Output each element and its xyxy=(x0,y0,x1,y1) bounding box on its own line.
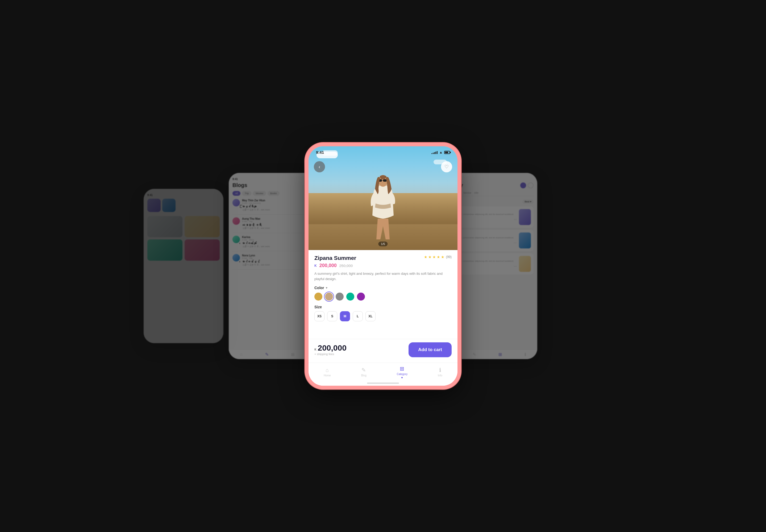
bg-post2-author: Aung Thu Mae xyxy=(242,217,309,220)
rating-count: (99) xyxy=(446,255,452,259)
color-dot-purple[interactable] xyxy=(357,293,365,301)
battery-icon xyxy=(444,151,450,154)
add-to-cart-button[interactable]: Add to cart xyxy=(409,342,452,357)
color-label-row: Color ▾ xyxy=(314,286,452,290)
size-btn-xs[interactable]: XS xyxy=(314,311,324,321)
color-dot-gray[interactable] xyxy=(336,293,344,301)
home-indicator-bar xyxy=(367,383,399,384)
size-btn-l[interactable]: L xyxy=(353,311,363,321)
price-row: K 200,000 250,000 xyxy=(314,263,452,268)
star-2: ★ xyxy=(428,255,432,259)
bottom-price-block: ₭ 200,000 + shipping fees xyxy=(314,344,409,356)
size-label: Size xyxy=(314,305,452,309)
bg-post4-desc: ညချိုကြည့်ဖူးတဲ့ မိုး... see more xyxy=(242,264,309,266)
woman-figure xyxy=(356,157,410,250)
bg-post1-title: ကြာနှင်းဆီများ xyxy=(242,205,309,208)
category-nav-icon: ⊞ xyxy=(400,365,404,372)
product-name-row: Zipana Summer ★ ★ ★ ★ ★ (99) xyxy=(314,255,452,261)
info-nav-icon: ℹ xyxy=(439,367,441,373)
price-currency: K xyxy=(314,264,317,268)
bg-post3-author: Karina xyxy=(242,236,309,239)
status-time: 9:41 xyxy=(316,150,324,155)
bg-tab-books: Books xyxy=(268,191,280,196)
svg-rect-3 xyxy=(383,179,387,182)
signal-bar-1 xyxy=(431,153,432,154)
bg-cat-item1-more: ··· xyxy=(514,217,517,221)
blog-nav-icon: ✎ xyxy=(361,367,366,373)
bg-post2-title: မနောပူးဦး ခရီး xyxy=(242,223,309,226)
color-section: Color ▾ xyxy=(314,286,452,301)
bottom-price-value: 200,000 xyxy=(318,343,346,352)
bg-post4-title: တောင်တန်းနှင့် xyxy=(242,260,309,263)
bg-tab-trip: Trip xyxy=(242,191,251,196)
bg-phone-far-left: 9:41 xyxy=(144,189,223,343)
bg-post3-meta: 3 min · Story xyxy=(242,239,309,241)
product-image: ‹ ♡ 1/5 xyxy=(309,146,457,250)
bg-right-nav-category-icon: ⊞ xyxy=(498,352,502,357)
bottom-price-symbol: ₭ xyxy=(314,348,317,351)
nav-item-blog[interactable]: ✎ Blog xyxy=(361,367,367,377)
bg-cat-item2-more: ··· xyxy=(514,240,517,245)
bg-far-left-time: 9:41 xyxy=(147,194,220,197)
bg-post2-meta: 5 min · Trip xyxy=(242,220,309,223)
blog-nav-label: Blog xyxy=(361,374,367,377)
bg-tab-movies: Movies xyxy=(253,191,266,196)
info-nav-label: Info xyxy=(438,374,442,377)
bg-right-nav-blog-icon: ✎ xyxy=(473,352,476,357)
back-button[interactable]: ‹ xyxy=(314,161,325,172)
color-chevron-icon: ▾ xyxy=(326,286,327,290)
color-dot-teal[interactable] xyxy=(346,293,354,301)
nav-item-category[interactable]: ⊞ Category xyxy=(397,365,408,378)
color-dot-gold[interactable] xyxy=(314,293,322,301)
size-section: Size XS S M L XL xyxy=(314,305,452,321)
nav-active-dot xyxy=(401,377,403,378)
home-nav-icon: ⌂ xyxy=(326,367,329,373)
signal-bars-icon xyxy=(431,151,438,154)
bg-nav-category-icon: ⊞ xyxy=(291,352,294,357)
size-btn-xl[interactable]: XL xyxy=(365,311,376,321)
bg-post1-meta: 3 min · Life memory xyxy=(242,202,309,204)
bottom-bar: ₭ 200,000 + shipping fees Add to cart xyxy=(309,339,457,363)
product-image-bg xyxy=(309,146,457,250)
bg-nav-blog-icon: ✎ xyxy=(265,352,269,357)
product-description: A summery girl's shirt, light and breezy… xyxy=(314,271,452,281)
size-btn-m[interactable]: M xyxy=(340,311,350,321)
star-4: ★ xyxy=(437,255,440,259)
color-label: Color xyxy=(314,286,324,290)
star-5-half: ★ xyxy=(441,255,444,259)
rating-row: ★ ★ ★ ★ ★ (99) xyxy=(424,255,452,259)
price-original: 250,000 xyxy=(339,264,353,268)
bg-tab-info-cat: Info xyxy=(474,192,478,196)
product-name: Zipana Summer xyxy=(314,255,356,261)
bg-post2-desc: ညချိုကြည့်ဖူးတဲ့ မိုး... see more xyxy=(242,227,309,229)
shipping-label: + shipping fees xyxy=(314,352,409,356)
color-dots xyxy=(314,293,452,301)
favorite-button[interactable]: ♡ xyxy=(441,161,452,172)
nav-item-home[interactable]: ⌂ Home xyxy=(324,367,331,377)
bg-tab-all: All xyxy=(232,191,240,196)
bottom-nav: ⌂ Home ✎ Blog ⊞ Category ℹ Info xyxy=(309,363,457,380)
bg-post1-desc: ညချိုကြည့်ဖူးတဲ့ မိုး... see more xyxy=(242,209,309,211)
bg-sort-best: Best ▾ xyxy=(522,199,534,204)
color-dot-tan[interactable] xyxy=(325,293,333,301)
signal-bar-2 xyxy=(433,153,434,154)
bg-right-nav-info-icon: ℹ xyxy=(524,352,526,357)
wifi-icon: ▲ xyxy=(439,150,443,154)
bg-post4-author: Nora Lynn xyxy=(242,254,309,257)
bg-tab-service: Service xyxy=(463,192,471,196)
signal-bar-4 xyxy=(435,152,436,154)
bg-nav-home-icon: ⌂ xyxy=(240,352,243,357)
size-btn-s[interactable]: S xyxy=(327,311,337,321)
star-1: ★ xyxy=(424,255,427,259)
nav-item-info[interactable]: ℹ Info xyxy=(438,367,442,377)
price-current: 200,000 xyxy=(319,263,337,268)
signal-bar-5 xyxy=(437,151,438,154)
battery-fill xyxy=(445,152,448,153)
bg-post3-title: တောင်တန်းချော် xyxy=(242,242,309,245)
product-details: Zipana Summer ★ ★ ★ ★ ★ (99) K 200,000 2… xyxy=(309,250,457,339)
image-counter: 1/5 xyxy=(378,242,388,246)
home-indicator xyxy=(309,380,457,386)
bg-post3-desc: ညချိုကြည့်ဖူးတဲ့ မိုး... see more xyxy=(242,245,309,248)
star-3: ★ xyxy=(432,255,436,259)
category-nav-label: Category xyxy=(397,373,408,376)
